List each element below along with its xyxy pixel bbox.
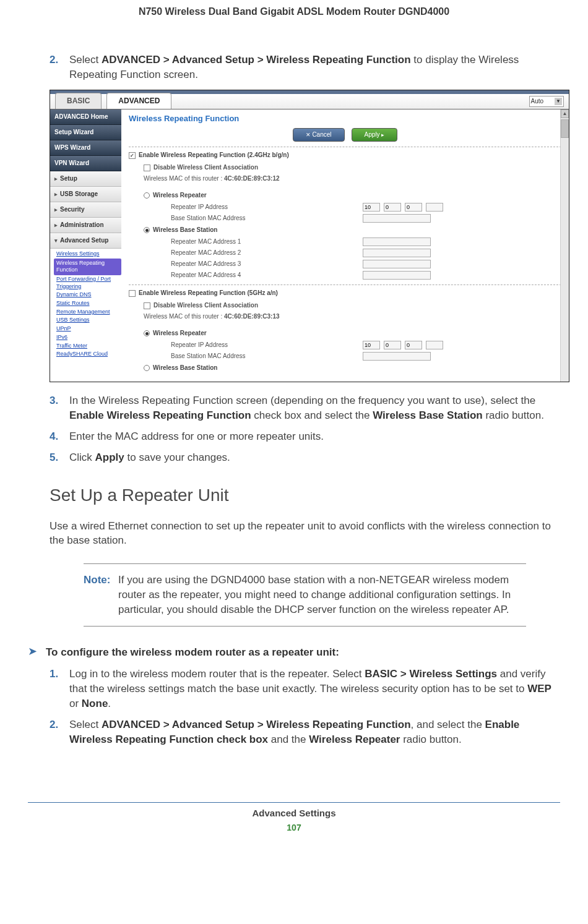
sidebar-item-setup[interactable]: Setup [50, 171, 121, 187]
button-row: Cancel Apply [129, 128, 561, 142]
repeater-5-label: Wireless Repeater [153, 329, 207, 338]
sublink-port-forwarding[interactable]: Port Forwarding / Port Triggering [56, 275, 121, 291]
ss-sidebar: ADVANCED Home Setup Wizard WPS Wizard VP… [50, 109, 121, 382]
scrollbar[interactable]: ▲ [560, 109, 569, 382]
ip-24-octet-1[interactable] [363, 203, 380, 212]
sublink-dynamic-dns[interactable]: Dynamic DNS [56, 291, 121, 299]
disable-assoc-24-checkbox[interactable] [144, 165, 150, 171]
footer-page-number: 107 [28, 822, 560, 834]
sidebar-item-advanced-home[interactable]: ADVANCED Home [50, 109, 121, 125]
step-text: check box and select the [251, 409, 373, 421]
step-text: or [69, 698, 82, 709]
sidebar-item-usb-storage[interactable]: USB Storage [50, 187, 121, 202]
apply-button[interactable]: Apply [352, 128, 398, 142]
step-bold: ADVANCED > Advanced Setup > Wireless Rep… [102, 719, 411, 730]
mac-value-24: 4C:60:DE:89:C3:12 [224, 175, 279, 182]
step-text: Click [69, 451, 95, 463]
sublink-usb-settings[interactable]: USB Settings [56, 316, 121, 325]
enable-5-label: Enable Wireless Repeating Function (5GHz… [139, 289, 278, 297]
enable-5-checkbox[interactable] [129, 290, 136, 297]
sublink-readyshare-cloud[interactable]: ReadySHARE Cloud [56, 350, 121, 359]
footer-section: Advanced Settings [28, 806, 560, 819]
ip-24-octet-2[interactable] [384, 203, 401, 212]
step-b1: 1. Log in to the wireless modem router t… [50, 667, 560, 711]
step-bold: Wireless Repeater [309, 734, 400, 745]
arrow-icon: ➤ [28, 645, 37, 659]
procedure-title: To configure the wireless modem router a… [46, 645, 339, 660]
step-body: In the Wireless Repeating Function scree… [69, 393, 560, 423]
ip-24-octet-4[interactable] [426, 203, 443, 212]
step-text: . [108, 698, 111, 709]
base-mac-5-label: Base Station MAC Address [171, 352, 363, 361]
sidebar-item-administration[interactable]: Administration [50, 218, 121, 233]
base-station-24-radio[interactable] [144, 227, 150, 233]
sublink-static-routes[interactable]: Static Routes [56, 299, 121, 308]
sidebar-item-wps-wizard[interactable]: WPS Wizard [50, 140, 121, 156]
step-bold: BASIC > Wireless Settings [365, 668, 497, 680]
enable-24-checkbox[interactable]: ✓ [129, 152, 136, 159]
sublink-wireless-settings[interactable]: Wireless Settings [56, 250, 121, 259]
rep-ip-24-label: Repeater IP Address [171, 203, 363, 212]
disable-assoc-5-label: Disable Wireless Client Association [153, 300, 258, 311]
step-number: 1. [50, 667, 69, 711]
sublink-upnp[interactable]: UPnP [56, 325, 121, 333]
ip-5-octet-1[interactable] [363, 341, 380, 349]
rep-mac4-label: Repeater MAC Address 4 [171, 271, 363, 280]
screenshot-figure: BASIC ADVANCED Auto ▼ ADVANCED Home Setu… [50, 90, 569, 382]
sidebar-sublinks: Wireless Settings Wireless Repeating Fun… [50, 249, 121, 361]
scroll-up-icon[interactable]: ▲ [561, 109, 569, 118]
tab-advanced[interactable]: ADVANCED [106, 93, 171, 109]
step-number: 2. [50, 53, 69, 82]
base-station-5-radio[interactable] [144, 365, 150, 371]
ip-24-octet-3[interactable] [405, 203, 422, 212]
sublink-remote-management[interactable]: Remote Management [56, 308, 121, 317]
step-text: and the [268, 734, 309, 745]
rep-mac1-input[interactable] [363, 237, 431, 246]
ss-tabbar: BASIC ADVANCED Auto ▼ [50, 94, 569, 109]
step-3: 3. In the Wireless Repeating Function sc… [50, 393, 560, 423]
rep-mac1-label: Repeater MAC Address 1 [171, 237, 363, 246]
sidebar-item-vpn-wizard[interactable]: VPN Wizard [50, 156, 121, 171]
ip-5-octet-4[interactable] [426, 341, 443, 349]
note-box: Note: If you are using the DGND4000 base… [84, 563, 526, 626]
panel-title: Wireless Repeating Function [129, 113, 561, 124]
rep-mac3-input[interactable] [363, 260, 431, 268]
sublink-wireless-repeating[interactable]: Wireless Repeating Function [54, 259, 121, 275]
cancel-button[interactable]: Cancel [293, 128, 345, 142]
disable-assoc-24-label: Disable Wireless Client Association [153, 162, 258, 173]
step-5: 5. Click Apply to save your changes. [50, 450, 560, 465]
base-mac-24-input[interactable] [363, 214, 431, 223]
base-mac-5-input[interactable] [363, 352, 431, 361]
step-bold: Wireless Base Station [373, 409, 482, 421]
sidebar-item-setup-wizard[interactable]: Setup Wizard [50, 125, 121, 140]
step-text: In the Wireless Repeating Function scree… [69, 395, 535, 406]
step-text: to save your changes. [124, 451, 230, 463]
sidebar-item-security[interactable]: Security [50, 202, 121, 218]
tab-basic[interactable]: BASIC [55, 93, 102, 109]
repeater-24-radio[interactable] [144, 192, 150, 199]
repeater-5-radio[interactable] [144, 330, 150, 336]
body-paragraph: Use a wired Ethernet connection to set u… [50, 519, 560, 549]
sublink-traffic-meter[interactable]: Traffic Meter [56, 342, 121, 351]
procedure-heading: ➤ To configure the wireless modem router… [28, 645, 560, 660]
ss-main-panel: Wireless Repeating Function Cancel Apply… [121, 109, 569, 382]
rep-mac2-input[interactable] [363, 249, 431, 257]
note-label: Note: [84, 573, 118, 617]
disable-assoc-5-checkbox[interactable] [144, 302, 150, 309]
auto-label: Auto [531, 97, 544, 106]
step-bold: WEP [527, 683, 551, 695]
step-body: Select ADVANCED > Advanced Setup > Wirel… [69, 717, 560, 747]
scroll-thumb[interactable] [561, 119, 569, 138]
ip-5-octet-3[interactable] [405, 341, 422, 349]
page-header-title: N750 Wireless Dual Band Gigabit ADSL Mod… [28, 5, 560, 19]
sidebar-item-advanced-setup[interactable]: Advanced Setup [50, 233, 121, 249]
ip-5-octet-2[interactable] [384, 341, 401, 349]
repeater-24-label: Wireless Repeater [153, 191, 207, 200]
auto-dropdown[interactable]: Auto ▼ [529, 96, 564, 107]
rep-mac4-input[interactable] [363, 271, 431, 280]
chevron-down-icon: ▼ [555, 98, 562, 105]
sublink-ipv6[interactable]: IPv6 [56, 333, 121, 342]
step-number: 5. [50, 450, 69, 465]
section-24ghz: ✓ Enable Wireless Repeating Function (2.… [129, 147, 561, 284]
rep-ip-5-label: Repeater IP Address [171, 341, 363, 349]
